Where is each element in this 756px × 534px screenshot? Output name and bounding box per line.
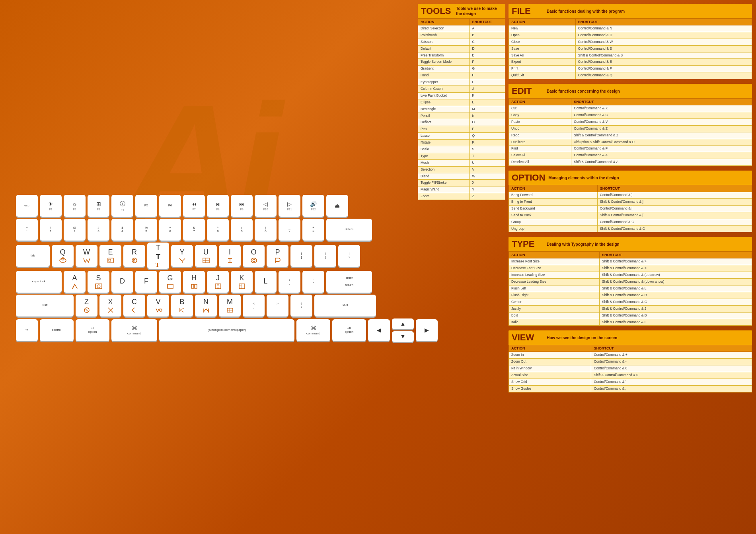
key-shift-right[interactable]: shift <box>314 295 376 317</box>
key-quote[interactable]: "' <box>302 271 324 293</box>
table-cell-shortcut: Control/Command & G <box>597 219 752 225</box>
key-c[interactable]: C <box>123 295 145 317</box>
key-f7[interactable]: ⏮F7 <box>183 195 205 217</box>
key-p[interactable]: P <box>267 245 288 267</box>
table-row: Fit in WindowControl/Command & 0 <box>509 365 752 372</box>
key-equals[interactable]: += <box>302 219 324 241</box>
key-4[interactable]: $4 <box>111 219 133 241</box>
key-o[interactable]: O <box>243 245 265 267</box>
key-n[interactable]: N <box>195 295 217 317</box>
edit-header: EDIT Basic functions concerning the desi… <box>509 84 752 98</box>
key-option-left[interactable]: altoption <box>76 319 109 341</box>
key-y[interactable]: Y <box>171 245 193 267</box>
key-7[interactable]: &7 <box>183 219 205 241</box>
key-9[interactable]: (9 <box>231 219 253 241</box>
key-delete[interactable]: delete <box>326 219 372 241</box>
table-cell-shortcut: Z <box>470 193 505 200</box>
key-rbrace[interactable]: }] <box>314 245 336 267</box>
key-h[interactable]: H <box>183 271 205 293</box>
table-cell-action: Rectangle <box>418 106 470 113</box>
key-t[interactable]: TTT <box>147 243 169 269</box>
key-3[interactable]: #3 <box>88 219 109 241</box>
key-f[interactable]: F <box>135 271 157 293</box>
key-space[interactable]: (a hongkiat.com wallpaper) <box>159 319 294 341</box>
key-f4[interactable]: ⓘF4 <box>111 195 133 217</box>
key-minus[interactable]: _- <box>279 219 300 241</box>
key-8[interactable]: *8 <box>207 219 229 241</box>
key-shift-left[interactable]: shift <box>16 295 74 317</box>
key-option-right[interactable]: altoption <box>332 319 366 341</box>
key-6[interactable]: ^6 <box>159 219 181 241</box>
key-u[interactable]: U <box>195 245 217 267</box>
key-a[interactable]: A <box>64 271 86 293</box>
key-control[interactable]: control <box>40 319 74 341</box>
key-f9[interactable]: ⏭F9 <box>231 195 253 217</box>
key-r[interactable]: R <box>123 245 145 267</box>
table-row: Decrease Font SizeShift & Control/Comman… <box>509 265 752 272</box>
key-pipe[interactable]: |\ <box>338 245 360 267</box>
table-cell-shortcut: Shift & Control/Command & S <box>575 52 752 59</box>
key-z[interactable]: Z <box>76 295 97 317</box>
key-k[interactable]: K <box>231 271 253 293</box>
key-f8[interactable]: ⏯F8 <box>207 195 229 217</box>
key-arrow-down[interactable]: ▼ <box>392 331 414 342</box>
table-cell-action: Increase Leading Size <box>509 272 600 279</box>
table-row: CloseControl/Command & W <box>509 39 752 45</box>
key-enter[interactable]: enterreturn <box>326 271 372 293</box>
key-b[interactable]: B <box>171 295 193 317</box>
key-tilde[interactable]: ~` <box>16 219 38 241</box>
svg-line-31 <box>86 309 88 311</box>
key-s[interactable]: S <box>88 271 109 293</box>
key-period[interactable]: >. <box>267 295 288 317</box>
key-x[interactable]: X <box>99 295 121 317</box>
key-f12[interactable]: 🔊F12 <box>302 195 324 217</box>
key-5[interactable]: %5 <box>135 219 157 241</box>
edit-col-shortcut: SHORTCUT <box>571 99 752 105</box>
key-command-right[interactable]: ⌘command <box>296 319 330 341</box>
key-f5[interactable]: F5 <box>135 195 157 217</box>
key-2[interactable]: @2 <box>64 219 86 241</box>
key-g[interactable]: G <box>159 271 181 293</box>
key-arrow-up[interactable]: ▲ <box>392 318 414 329</box>
key-m[interactable]: M <box>219 295 241 317</box>
key-command-left[interactable]: ⌘command <box>111 319 157 341</box>
table-cell-shortcut: H <box>470 72 505 79</box>
key-lbrace[interactable]: {[ <box>290 245 312 267</box>
table-cell-action: Redo <box>509 132 571 139</box>
key-esc[interactable]: esc <box>16 195 38 217</box>
key-i[interactable]: I <box>219 245 241 267</box>
table-cell-action: Hand <box>418 72 470 79</box>
key-capslock[interactable]: caps lock <box>16 271 62 293</box>
key-f10[interactable]: ◁F10 <box>255 195 277 217</box>
key-q[interactable]: Q <box>52 245 74 267</box>
key-f2[interactable]: ☼F2 <box>64 195 86 217</box>
key-d[interactable]: D <box>111 271 133 293</box>
table-cell-action: Close <box>509 39 576 45</box>
key-comma[interactable]: <, <box>243 295 265 317</box>
key-tab[interactable]: tab <box>16 245 50 267</box>
svg-rect-20 <box>191 284 194 288</box>
key-arrow-left[interactable]: ◀ <box>368 319 390 341</box>
table-cell-shortcut: S <box>470 146 505 153</box>
edit-section: EDIT Basic functions concerning the desi… <box>509 84 752 166</box>
key-l[interactable]: L <box>255 271 277 293</box>
type-header: TYPE Dealing with Typography in the desi… <box>509 237 752 251</box>
key-v[interactable]: V <box>147 295 169 317</box>
key-slash[interactable]: ?/ <box>290 295 312 317</box>
table-cell-action: Toggle Fill/Stroke <box>418 180 470 186</box>
table-cell-shortcut: W <box>470 173 505 180</box>
key-j[interactable]: J <box>207 271 229 293</box>
key-f1[interactable]: ☀F1 <box>40 195 62 217</box>
svg-rect-19 <box>168 284 173 288</box>
key-0[interactable]: )0 <box>255 219 277 241</box>
key-f11[interactable]: ▷F11 <box>279 195 300 217</box>
key-1[interactable]: !1 <box>40 219 62 241</box>
key-w[interactable]: W <box>76 245 97 267</box>
key-eject[interactable]: ⏏ <box>326 195 348 217</box>
key-f3[interactable]: ⊞F3 <box>88 195 109 217</box>
key-semicolon[interactable]: :; <box>279 271 300 293</box>
key-fn[interactable]: fn <box>16 319 38 341</box>
key-f6[interactable]: F6 <box>159 195 181 217</box>
edit-desc: Basic functions concerning the design <box>547 89 620 94</box>
key-e[interactable]: E <box>99 245 121 267</box>
